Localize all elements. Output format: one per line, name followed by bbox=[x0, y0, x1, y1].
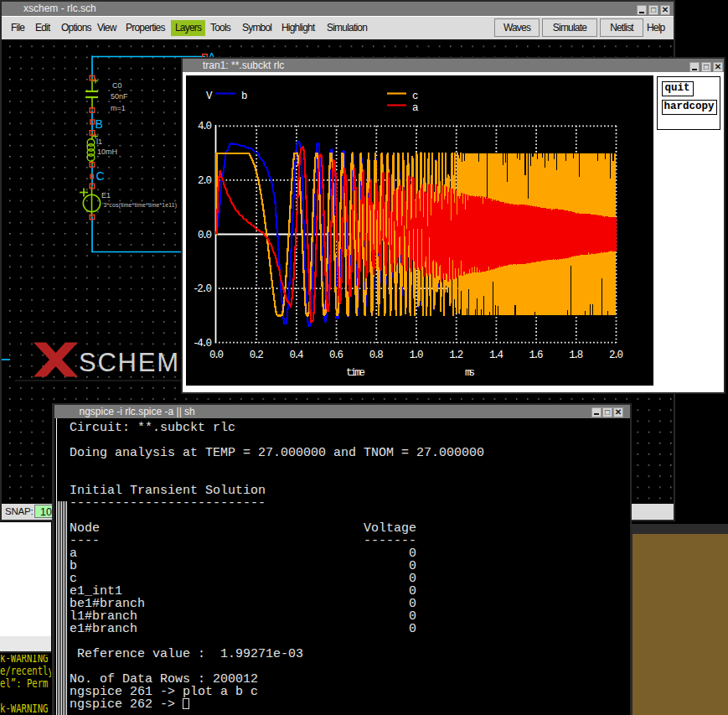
svg-text:1.8: 1.8 bbox=[569, 350, 583, 361]
svg-text:0.6: 0.6 bbox=[329, 350, 343, 361]
svg-text:m=1: m=1 bbox=[111, 103, 126, 111]
svg-text:0.2: 0.2 bbox=[250, 350, 264, 361]
svg-text:2.0: 2.0 bbox=[198, 175, 212, 187]
svg-text:50nF: 50nF bbox=[111, 91, 128, 100]
svg-text:1.6: 1.6 bbox=[529, 350, 544, 361]
svg-text:1.4: 1.4 bbox=[489, 350, 503, 361]
svg-text:0.4: 0.4 bbox=[289, 350, 303, 361]
svg-text:E1: E1 bbox=[101, 191, 111, 199]
svg-text:-4.0: -4.0 bbox=[193, 338, 212, 350]
svg-text:'3*cos(time*time*time*1e11): '3*cos(time*time*time*1e11) bbox=[102, 202, 177, 209]
svg-text:V: V bbox=[206, 91, 213, 102]
svg-text:10mH: 10mH bbox=[97, 147, 117, 155]
svg-text:1.2: 1.2 bbox=[449, 350, 463, 361]
svg-text:4.0: 4.0 bbox=[198, 121, 212, 132]
svg-text:0.0: 0.0 bbox=[209, 350, 224, 361]
svg-text:C0: C0 bbox=[112, 80, 122, 89]
svg-text:2.0: 2.0 bbox=[609, 350, 623, 361]
svg-text:b: b bbox=[241, 91, 248, 102]
svg-text:B: B bbox=[96, 117, 103, 130]
svg-text:1.0: 1.0 bbox=[410, 350, 424, 361]
svg-text:-2.0: -2.0 bbox=[193, 283, 212, 295]
svg-text:a: a bbox=[412, 102, 419, 114]
svg-text:0.0: 0.0 bbox=[198, 230, 212, 241]
svg-text:time: time bbox=[346, 367, 365, 379]
svg-text:SCHEM: SCHEM bbox=[79, 347, 178, 376]
svg-text:0.8: 0.8 bbox=[369, 350, 384, 361]
svg-text:l1: l1 bbox=[96, 137, 102, 146]
svg-text:ms: ms bbox=[465, 367, 475, 379]
svg-text:c: c bbox=[412, 91, 419, 102]
svg-text:C: C bbox=[96, 168, 105, 182]
